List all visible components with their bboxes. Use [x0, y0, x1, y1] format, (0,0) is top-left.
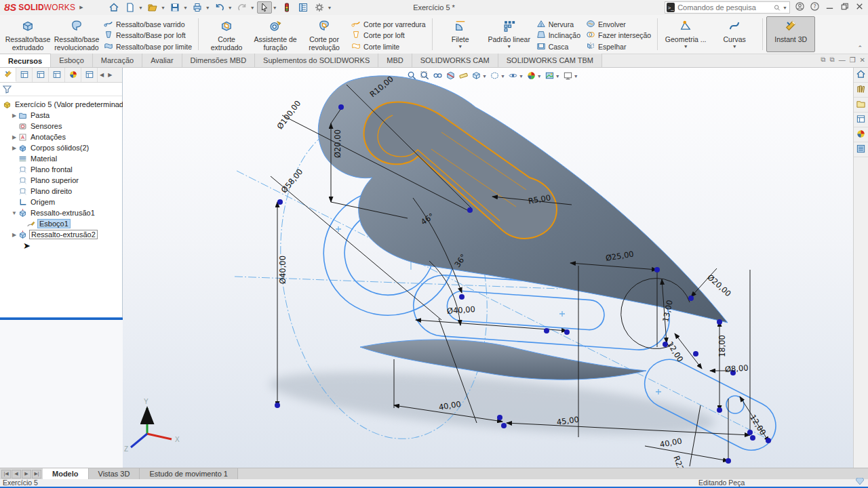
tab-solidworks-cam[interactable]: SOLIDWORKS CAM [412, 54, 498, 67]
dimension-label[interactable]: Ø20,00 [333, 129, 342, 158]
redo-button[interactable] [235, 1, 250, 14]
graphics-viewport[interactable]: Y X Z ▼▼▼▼▼▼ R10,00Ø100,00Ø20,00Ø58,00Ø4… [123, 68, 853, 468]
nav-first-icon[interactable]: |◀ [1, 470, 11, 479]
tree-filter-row[interactable] [0, 83, 122, 96]
tree-item-material-n-o-especificado[interactable]: Material [0, 153, 122, 164]
dimension-label[interactable]: Ø40,00 [278, 256, 288, 284]
search-box[interactable]: >_ ▼ [665, 1, 790, 14]
save-caret[interactable]: ▼ [183, 5, 188, 10]
tree-item-ressalto-extrus-o2[interactable]: ▶ Ressalto-extrusão2 [0, 229, 122, 240]
panel-tab-display-manager[interactable] [65, 68, 81, 82]
ribbon-button-fillet[interactable]: Filete▼ [436, 16, 485, 52]
ribbon-button-boundary-cut[interactable]: Corte limite [349, 41, 429, 52]
expand-arrow-icon[interactable]: ▶ [11, 134, 18, 140]
expand-arrow-icon[interactable]: ▶ [11, 232, 18, 238]
panel-tab-property-manager[interactable] [16, 68, 33, 82]
taskpane-appearances-button[interactable] [854, 127, 868, 142]
help-button[interactable]: ? [807, 1, 822, 14]
ribbon-button-mirror[interactable]: Espelhar [583, 41, 654, 52]
tab-suplementos-do-solidworks[interactable]: Suplementos do SOLIDWORKS [255, 54, 378, 67]
tab-esbo-o[interactable]: Esboço [51, 54, 93, 67]
bottom-tab-estudo-de-movimento-1[interactable]: Estudo de movimento 1 [140, 468, 238, 479]
pane-right-icon[interactable]: ⧉ [830, 56, 835, 64]
taskpane-view-palette-button[interactable] [854, 113, 868, 127]
minimize-button[interactable] [822, 1, 837, 14]
ribbon-button-intersect[interactable]: Fazer interseção [583, 30, 654, 41]
headsup-edit-appearance-button[interactable]: ▼ [526, 70, 542, 83]
nav-last-icon[interactable]: ▶| [32, 470, 41, 479]
ribbon-button-swept-cut[interactable]: Corte por varredura [349, 19, 429, 30]
dimension-label[interactable]: 18,00 [717, 335, 727, 357]
tree-item-origem[interactable]: Origem [0, 197, 122, 207]
open-document-caret[interactable]: ▼ [161, 5, 165, 10]
search-caret[interactable]: ▼ [783, 5, 787, 10]
tab-recursos[interactable]: Recursos [0, 54, 51, 67]
linear-pattern-caret[interactable]: ▼ [507, 44, 511, 49]
ribbon-button-hole-wizard[interactable]: Assistente de furação▼ [251, 16, 300, 52]
tree-item-pasta[interactable]: ▶ Pasta [0, 110, 122, 121]
options-gear-button[interactable] [312, 1, 327, 14]
nav-next-icon[interactable]: ▶ [22, 470, 31, 479]
account-button[interactable] [792, 1, 807, 14]
ribbon-button-loft-boss[interactable]: Ressalto/Base por loft [101, 30, 195, 41]
dimension-label[interactable]: Ø8,00 [725, 363, 749, 374]
curves-caret[interactable]: ▼ [732, 44, 737, 49]
headsup-hide-show-items-button[interactable]: ▼ [507, 70, 524, 83]
select-cursor-caret[interactable]: ▼ [273, 5, 277, 10]
nav-prev-icon[interactable]: ◀ [12, 470, 21, 479]
ribbon-collapse-chevron[interactable]: ⌃ [857, 45, 863, 52]
dimension-label[interactable]: Ø40,00 [447, 304, 476, 316]
ribbon-button-curves[interactable]: Curvas▼ [710, 16, 759, 52]
doc-close-icon[interactable]: ✕ [860, 56, 865, 64]
panel-tab-cam-tree[interactable] [81, 68, 98, 82]
save-button[interactable] [167, 1, 182, 14]
bottom-tab-modelo[interactable]: Modelo [43, 468, 89, 479]
search-input[interactable] [677, 3, 774, 12]
ribbon-button-cut-extrude[interactable]: Corte extrudado [202, 16, 251, 52]
taskpane-home-button[interactable] [854, 68, 868, 83]
headsup-display-style-button[interactable]: ▼ [489, 70, 506, 83]
rebuild-traffic-light-button[interactable] [279, 1, 294, 14]
ribbon-button-wrap[interactable]: Envolver [583, 19, 654, 30]
ribbon-button-instant3d[interactable]: Instant 3D [766, 16, 815, 52]
headsup-view-settings-button[interactable]: ▼ [562, 70, 579, 83]
tree-item-plano-frontal[interactable]: Plano frontal [0, 164, 122, 175]
taskpane-design-library-button[interactable] [854, 83, 868, 98]
headsup-zoom-area-button[interactable] [419, 70, 431, 83]
doc-minimize-icon[interactable]: — [839, 56, 846, 64]
open-document-button[interactable] [145, 1, 160, 14]
ribbon-button-boss-extrude[interactable]: Ressalto/base extrudado [3, 16, 52, 52]
options-gear-caret[interactable]: ▼ [328, 5, 332, 10]
tab-mbd[interactable]: MBD [378, 54, 412, 67]
tab-marca-o[interactable]: Marcação [93, 54, 142, 67]
taskpane-custom-properties-button[interactable] [854, 142, 868, 157]
expand-arrow-icon[interactable]: ▼ [11, 210, 18, 216]
new-document-button[interactable] [123, 1, 138, 14]
tree-item-plano-direito[interactable]: Plano direito [0, 186, 122, 197]
search-icon[interactable] [774, 3, 781, 12]
ribbon-button-boundary-boss[interactable]: Ressalto/base por limite [101, 41, 195, 52]
ribbon-button-rib[interactable]: Nervura [534, 19, 583, 30]
display-style-caret[interactable]: ▼ [500, 74, 505, 79]
expand-arrow-icon[interactable]: ▶ [11, 145, 18, 151]
tree-item-corpos-s-lidos-2[interactable]: ▶ Corpos sólidos(2) [0, 142, 122, 153]
edit-appearance-caret[interactable]: ▼ [537, 74, 542, 79]
tab-dimens-es-mbd[interactable]: Dimensões MBD [182, 54, 256, 67]
headsup-view-orientation-button[interactable]: ▼ [471, 70, 488, 83]
tree-item-plano-superior[interactable]: Plano superior [0, 175, 122, 186]
doc-restore-icon[interactable]: ❐ [850, 56, 856, 64]
headsup-apply-scene-button[interactable]: ▼ [544, 70, 561, 83]
status-gem-icon[interactable] [856, 478, 864, 486]
filter-funnel-icon[interactable] [3, 85, 12, 94]
ribbon-button-loft-cut[interactable]: Corte por loft [349, 30, 429, 41]
home-button[interactable] [106, 1, 121, 14]
undo-caret[interactable]: ▼ [228, 5, 233, 10]
logo-menu-caret[interactable]: ▶ [79, 5, 83, 10]
apply-scene-caret[interactable]: ▼ [555, 74, 560, 79]
panel-tabs-scroll-right-icon[interactable]: ▶ [106, 72, 114, 78]
pane-left-icon[interactable]: ⧉ [821, 56, 825, 64]
undo-button[interactable] [212, 1, 227, 14]
panel-tab-feature-manager[interactable] [0, 68, 16, 82]
tab-avaliar[interactable]: Avaliar [142, 54, 182, 67]
expand-arrow-icon[interactable]: ▶ [11, 113, 18, 119]
